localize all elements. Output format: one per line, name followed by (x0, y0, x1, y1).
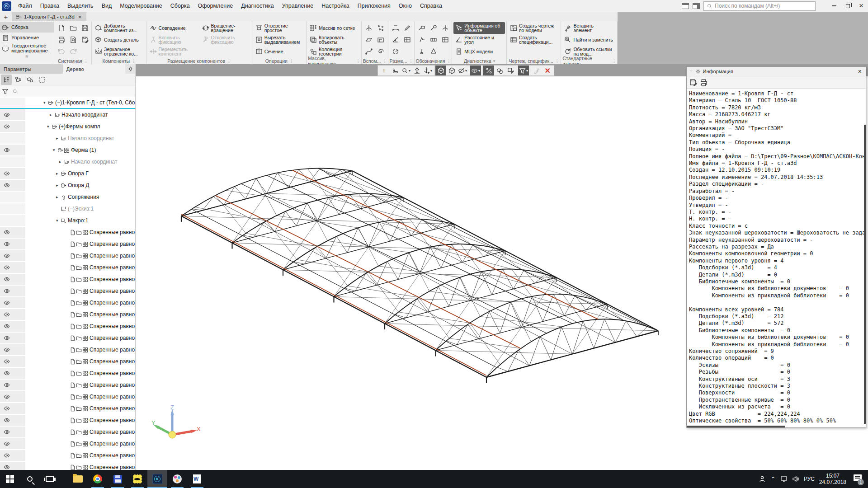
info-panel[interactable]: ⁙ Информация × Наименование = 1-Кровля Г… (686, 66, 866, 428)
tree-row[interactable]: Спаренные равнополоч (0, 309, 135, 320)
ribbon-icon-dim-linear[interactable] (390, 22, 401, 34)
select-region-button[interactable] (390, 66, 401, 75)
section-display-button[interactable]: ▾ (470, 66, 481, 75)
filter-objects-button[interactable]: ▾ (518, 66, 529, 75)
toolbar-grip-button[interactable]: ⣿ (379, 66, 390, 75)
tree-expander-icon[interactable]: ▸ (56, 136, 61, 141)
visibility-eye-icon[interactable] (4, 417, 10, 423)
tab-parameters[interactable]: Параметры (0, 64, 63, 74)
notification-icon[interactable]: 1 (851, 474, 863, 484)
ribbon-button-cut-extrude[interactable]: Вырезать выдавливанием (254, 34, 305, 46)
visibility-eye-icon[interactable] (4, 276, 10, 282)
ribbon-icon-datum[interactable] (416, 46, 428, 57)
menu-управление[interactable]: Управление (278, 0, 318, 12)
taskbar-batman-app-icon[interactable] (127, 470, 147, 488)
visibility-eye-icon[interactable] (4, 147, 10, 153)
taskbar-explorer-icon[interactable] (68, 470, 88, 488)
ribbon-button-hole[interactable]: Отверстие простое (254, 22, 305, 34)
ribbon-icon-tolerance[interactable] (428, 34, 439, 46)
tree-expander-icon[interactable]: ▾ (53, 148, 57, 152)
tree-row[interactable]: Спаренные равнополоч (0, 285, 135, 297)
tree-row[interactable]: Спаренные равнополоч (0, 379, 135, 391)
ribbon-button-drawing[interactable]: Создать чертеж по модели (508, 22, 560, 34)
tree-row[interactable]: Спаренные равнополоч (0, 367, 135, 379)
ribbon-icon-aux-plane[interactable] (363, 34, 375, 46)
tree-components-icon[interactable] (24, 75, 35, 85)
group-grip-icon[interactable]: ⋮ (447, 59, 450, 63)
info-print-icon[interactable] (700, 79, 708, 86)
command-search-input[interactable] (715, 3, 805, 9)
info-close-icon[interactable]: × (857, 68, 863, 75)
tree-row[interactable]: ▸Начало координат (0, 109, 135, 121)
ribbon-icon-print[interactable] (56, 34, 67, 46)
tree-row[interactable]: ▸Начало координат (0, 156, 135, 168)
tree-row[interactable]: Спаренные равнополоч (0, 238, 135, 250)
tree-row[interactable]: Спаренные равнополоч (0, 332, 135, 344)
group-caret-icon[interactable]: ▾ (493, 59, 495, 63)
ribbon-button-section[interactable]: Сечение (254, 46, 305, 57)
menu-настройка[interactable]: Настройка (317, 0, 354, 12)
taskbar-word-icon[interactable] (187, 470, 207, 488)
tree-expander-icon[interactable]: ▾ (43, 100, 48, 105)
layout-window-icon[interactable] (682, 3, 689, 9)
visibility-eye-icon[interactable] (4, 229, 10, 235)
visibility-eye-icon[interactable] (4, 241, 10, 247)
close-button[interactable]: × (854, 0, 868, 12)
group-grip-icon[interactable]: ⋮ (409, 59, 413, 63)
tree-row[interactable]: ▸Опора Г (0, 168, 135, 179)
tree-row[interactable]: Спаренные равнополоч (0, 356, 135, 367)
info-grip-icon[interactable]: ⁙ (689, 69, 693, 74)
visibility-eye-icon[interactable] (4, 123, 10, 130)
tree-expander-icon[interactable]: ▸ (59, 160, 64, 164)
visibility-eye-icon[interactable] (4, 358, 10, 365)
ribbon-icon-leader[interactable] (428, 22, 439, 34)
tree-row[interactable]: Спаренные равнополоч (0, 320, 135, 332)
info-horizontal-scrollbar[interactable] (687, 426, 785, 427)
group-grip-icon[interactable]: ⋮ (612, 59, 616, 63)
hide-objects-button[interactable]: ▾ (457, 66, 468, 75)
tab-close-icon[interactable]: × (77, 14, 83, 20)
ribbon-icon-aux-sketch[interactable] (375, 34, 387, 46)
ribbon-icon-preview[interactable] (67, 34, 79, 46)
visibility-eye-icon[interactable] (4, 429, 10, 435)
taskbar-search-icon[interactable] (20, 470, 40, 488)
tree-row[interactable]: ▾Макро:1 (0, 215, 135, 226)
ribbon-icon-dim-base[interactable] (401, 34, 413, 46)
taskbar-floppy-app-icon[interactable] (108, 470, 127, 488)
tray-chevron-icon[interactable]: ⌃ (770, 475, 776, 483)
tree-row[interactable]: ▸Опора Д (0, 179, 135, 191)
group-grip-icon[interactable]: ⋮ (555, 59, 559, 63)
tree-row[interactable]: Спаренные равнополоч (0, 403, 135, 414)
visibility-eye-icon[interactable] (4, 464, 10, 470)
taskbar-kompas-icon[interactable]: K (147, 470, 167, 488)
new-tab-button[interactable]: + (0, 12, 12, 21)
ribbon-button-info-obj[interactable]: Информация об объекте (453, 22, 505, 34)
ribbon-icon-aux-spiral[interactable] (375, 46, 387, 57)
tree-structure-icon[interactable] (1, 75, 12, 85)
info-save-icon[interactable] (689, 79, 697, 86)
tree-row[interactable]: Спаренные равнополоч (0, 273, 135, 285)
ribbon-button-find-replace[interactable]: Найти и заменить (562, 34, 615, 46)
menu-оформление[interactable]: Оформление (194, 0, 237, 12)
ribbon-button-part-new[interactable]: Создать деталь (93, 34, 145, 46)
tree-expander-icon[interactable]: ▸ (50, 113, 54, 117)
visibility-eye-icon[interactable] (4, 182, 10, 188)
group-grip-icon[interactable]: ⋮ (383, 59, 387, 63)
visibility-eye-icon[interactable] (4, 170, 10, 177)
tree-marquee-icon[interactable] (36, 75, 47, 85)
visibility-eye-icon[interactable] (4, 370, 10, 376)
cancel-button[interactable]: ✕ (542, 66, 553, 75)
tree-row[interactable]: (−)Эскиз:1 (0, 203, 135, 215)
visibility-eye-icon[interactable] (4, 382, 10, 388)
tree-row[interactable]: Спаренные равнополоч (0, 344, 135, 356)
visibility-eye-icon[interactable] (4, 253, 10, 259)
tree-row[interactable]: ▾(+)Фермы компл (0, 121, 135, 132)
tree-expander-icon[interactable]: ▸ (56, 171, 61, 176)
ribbon-icon-note[interactable] (416, 22, 428, 34)
visibility-eye-icon[interactable] (4, 288, 10, 294)
mode-assembly[interactable]: Сборка (0, 22, 54, 33)
tree-row[interactable]: Спаренные равнополоч (0, 391, 135, 403)
orientation-button[interactable] (411, 66, 422, 75)
visibility-eye-icon[interactable] (4, 311, 10, 318)
ribbon-icon-dim-radial[interactable] (390, 46, 401, 57)
